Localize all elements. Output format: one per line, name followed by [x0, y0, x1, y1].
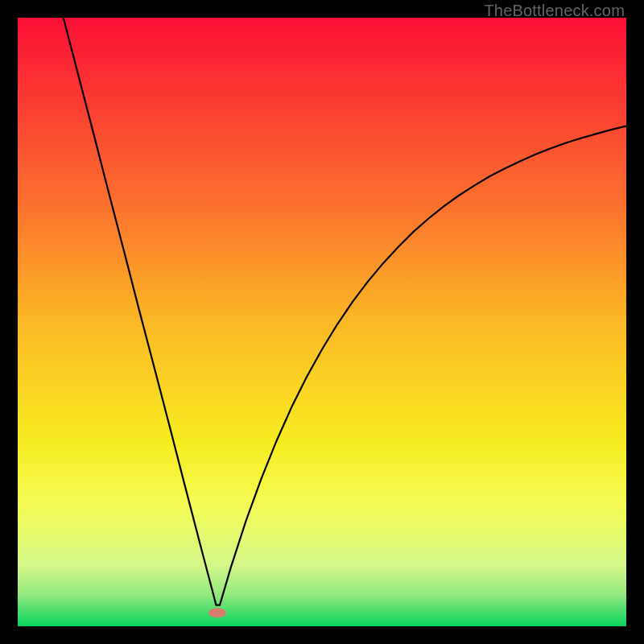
bottleneck-chart: [18, 18, 626, 626]
chart-frame: [18, 18, 626, 626]
gradient-background: [18, 18, 626, 626]
watermark-label: TheBottleneck.com: [484, 2, 625, 20]
optimal-point-marker: [208, 608, 226, 617]
